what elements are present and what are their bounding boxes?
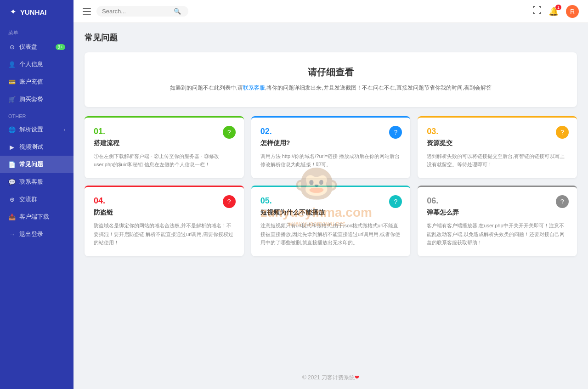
notification-button[interactable]: 🔔 1 — [548, 6, 559, 17]
faq-card-number-5: 05. — [260, 196, 401, 206]
faq-icon: 📄 — [8, 161, 16, 168]
faq-card-title-1: 搭建流程 — [94, 139, 235, 147]
faq-card-icon-5: ? — [389, 195, 402, 208]
menu-section-label: 菜单 — [0, 24, 74, 38]
faq-card-icon-1: ? — [223, 126, 236, 139]
page-content: 常见问题 请仔细查看 如遇到的问题不在此列表中,请联系客服,将你的问题详细发出来… — [74, 23, 588, 366]
faq-card-number-2: 02. — [260, 127, 401, 136]
sidebar-item-packages[interactable]: 🛒 购买套餐 — [0, 90, 74, 108]
sidebar-item-profile[interactable]: 👤 个人信息 — [0, 56, 74, 73]
faq-card-1: ? 01. 搭建流程 ①在左侧下载解析客户端 - ②上传至你的服务器 - ③修改… — [85, 116, 244, 178]
sidebar-item-label: 常见问题 — [19, 160, 43, 169]
logo-text: YUNHAI — [20, 8, 47, 16]
faq-card-icon-4: ? — [223, 195, 236, 208]
sidebar-item-faq[interactable]: 📄 常见问题 — [0, 156, 74, 173]
logout-icon: → — [8, 231, 16, 238]
faq-header-title: 请仔细查看 — [94, 66, 568, 79]
faq-card-5: ? 05. 短视频为什么不能播放 注意短视频只有url模式和微格式,由于json… — [251, 186, 411, 256]
topbar-right: 🔔 1 R — [533, 5, 579, 18]
faq-header-description: 如遇到的问题不在此列表中,请联系客服,将你的问题详细发出来,并且发送截图！不在问… — [94, 83, 568, 93]
faq-header-card: 请仔细查看 如遇到的问题不在此列表中,请联系客服,将你的问题详细发出来,并且发送… — [85, 52, 577, 107]
sidebar-item-label: 联系客服 — [19, 178, 43, 186]
faq-card-title-6: 弹幕怎么弄 — [427, 209, 568, 217]
faq-card-icon-2: ? — [389, 126, 402, 139]
video-test-icon: ▶ — [8, 143, 16, 151]
sidebar-item-support[interactable]: 💬 联系客服 — [0, 173, 74, 191]
search-input[interactable] — [102, 8, 171, 15]
faq-card-content-1: ①在左侧下载解析客户端 - ②上传至你的服务器 - ③修改user.php的$u… — [94, 152, 235, 169]
faq-card-icon-6: ? — [556, 195, 569, 208]
dns-icon: 🌐 — [8, 126, 16, 133]
faq-card-content-3: 遇到解析失败的可以将链接提交至后台,有智链的链接可以写上没有就留空。等待处理即可… — [427, 152, 568, 169]
faq-card-title-3: 资源提交 — [427, 139, 568, 147]
notification-badge: 1 — [555, 5, 561, 10]
faq-card-title-5: 短视频为什么不能播放 — [260, 209, 401, 217]
dashboard-badge: 9+ — [56, 44, 65, 50]
sidebar-item-label: 解析设置 — [19, 125, 43, 134]
footer: © 2021 刀客计费系统❤ — [74, 366, 588, 389]
faq-card-number-1: 01. — [94, 127, 235, 136]
page-title: 常见问题 — [85, 32, 577, 43]
faq-card-icon-3: ? — [556, 126, 569, 139]
faq-card-content-5: 注意短视频只有url模式和微格式,由于json格式微格式url不能直接被直接播放… — [260, 221, 401, 247]
faq-card-number-4: 04. — [94, 196, 235, 206]
logo-icon: ✦ — [8, 7, 17, 17]
sidebar-item-client[interactable]: 📥 客户端下载 — [0, 208, 74, 226]
sidebar-item-account[interactable]: 💳 账户充值 — [0, 73, 74, 90]
hamburger-line — [83, 14, 91, 15]
sidebar-item-label: 个人信息 — [19, 60, 43, 68]
menu-toggle-button[interactable] — [83, 8, 91, 15]
faq-header-line2: ,将你的问题详细发出来,并且发送截图！不在问在不在,直接发问题节省你我的时间,看… — [265, 85, 492, 91]
support-icon: 💬 — [8, 178, 16, 186]
main-content: 🔍 🔔 1 R 常见问题 请仔细查看 如遇到的问题不在此列表中,请联系客服,将你… — [74, 0, 588, 389]
sidebar-item-label: 账户充值 — [19, 78, 43, 86]
faq-card-number-6: 06. — [427, 196, 568, 206]
faq-card-3: ? 03. 资源提交 遇到解析失败的可以将链接提交至后台,有智链的链接可以写上没… — [418, 116, 577, 178]
chevron-right-icon: › — [64, 127, 65, 132]
group-icon: ⊕ — [8, 196, 16, 203]
avatar[interactable]: R — [566, 5, 579, 18]
faq-header-line1: 如遇到的问题不在此列表中,请 — [170, 85, 243, 91]
sidebar-item-logout[interactable]: → 退出登录 — [0, 226, 74, 243]
fullscreen-button[interactable] — [533, 6, 541, 17]
sidebar-item-label: 交流群 — [19, 195, 37, 203]
sidebar-item-video-test[interactable]: ▶ 视频测试 — [0, 138, 74, 156]
logo: ✦ YUNHAI — [0, 0, 74, 24]
faq-card-content-6: 客户端有客户端播放器,在user.php中开关开开关即可！注意不能乱改动客户端,… — [427, 221, 568, 247]
sidebar-item-label: 购买套餐 — [19, 95, 43, 103]
sidebar-item-label: 客户端下载 — [19, 213, 49, 221]
faq-card-6: ? 06. 弹幕怎么弄 客户端有客户端播放器,在user.php中开关开开关即可… — [418, 186, 577, 256]
faq-card-title-4: 防盗链 — [94, 209, 235, 217]
sidebar-item-label: 视频测试 — [19, 143, 43, 151]
footer-text: © 2021 刀客计费系统 — [302, 374, 355, 381]
packages-icon: 🛒 — [8, 96, 16, 103]
hamburger-line — [83, 11, 91, 12]
search-icon: 🔍 — [174, 8, 181, 15]
client-icon: 📥 — [8, 213, 16, 220]
faq-card-number-3: 03. — [427, 127, 568, 136]
dashboard-icon: ⊙ — [8, 43, 16, 51]
faq-card-content-2: 调用方法 http://你的域名/?url=链接 播放成功后在你的网站后台修改解… — [260, 152, 401, 169]
faq-card-4: ? 04. 防盗链 防盗域名是绑定你的网站的域名合法权,并不是解析的域名！不要搞… — [85, 186, 244, 256]
faq-card-content-4: 防盗域名是绑定你的网站的域名合法权,并不是解析的域名！不要搞混！要开启防盗链,解… — [94, 221, 235, 247]
sidebar-item-dns[interactable]: 🌐 解析设置 › — [0, 121, 74, 138]
search-bar: 🔍 — [96, 6, 188, 17]
account-icon: 💳 — [8, 78, 16, 85]
faq-card-2: ? 02. 怎样使用? 调用方法 http://你的域名/?url=链接 播放成… — [251, 116, 411, 178]
profile-icon: 👤 — [8, 61, 16, 68]
sidebar-item-label: 退出登录 — [19, 230, 43, 238]
contact-support-link[interactable]: 联系客服 — [243, 85, 265, 91]
sidebar-item-group[interactable]: ⊕ 交流群 — [0, 191, 74, 208]
sidebar-item-label: 仪表盘 — [19, 43, 37, 51]
faq-grid: ? 01. 搭建流程 ①在左侧下载解析客户端 - ②上传至你的服务器 - ③修改… — [85, 116, 577, 256]
sidebar-item-dashboard[interactable]: ⊙ 仪表盘 9+ — [0, 38, 74, 56]
other-section-label: OTHER — [0, 108, 74, 121]
hamburger-line — [83, 8, 91, 9]
faq-card-title-2: 怎样使用? — [260, 139, 401, 147]
topbar: 🔍 🔔 1 R — [74, 0, 588, 23]
footer-heart: ❤ — [355, 374, 359, 381]
sidebar: ✦ YUNHAI 菜单 ⊙ 仪表盘 9+ 👤 个人信息 💳 账户充值 🛒 购买套… — [0, 0, 74, 389]
